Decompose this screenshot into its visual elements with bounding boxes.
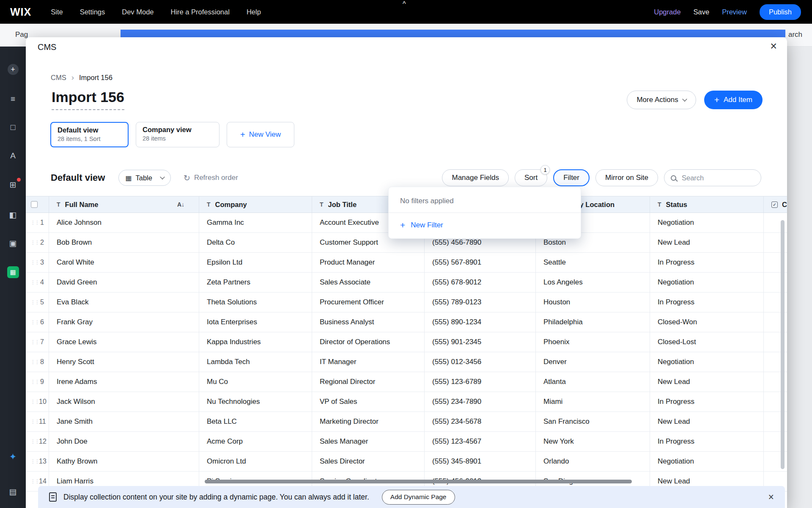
cell-status[interactable]: New Lead — [650, 233, 764, 253]
table-row[interactable]: ⋮⋮ 8 Henry Scott Lambda Tech IT Manager … — [26, 352, 787, 372]
cell-phone[interactable]: (555) 890-1234 — [425, 312, 536, 332]
page-icon[interactable]: □ — [0, 121, 26, 133]
cell-status[interactable]: New Lead — [650, 372, 764, 392]
select-all-checkbox[interactable] — [31, 201, 38, 208]
cell-job-title[interactable]: Product Manager — [312, 253, 425, 273]
cell-phone[interactable]: (555) 789-0123 — [425, 293, 536, 312]
table-row[interactable]: ⋮⋮ 9 Irene Adams Mu Co Regional Director… — [26, 372, 787, 392]
upgrade-link[interactable]: Upgrade — [654, 8, 680, 16]
cell-status[interactable]: Negotiation — [650, 213, 764, 233]
cell-full-name[interactable]: Jane Smith — [49, 412, 199, 432]
cell-company[interactable]: Gamma Inc — [199, 213, 312, 233]
column-header-company[interactable]: T Company — [199, 196, 312, 213]
horizontal-scrollbar[interactable] — [205, 480, 632, 483]
cell-company[interactable]: Lambda Tech — [199, 352, 312, 372]
drag-handle-icon[interactable]: ⋮⋮ — [30, 279, 39, 285]
app-grid-icon[interactable]: ⊞ — [0, 179, 26, 190]
table-row[interactable]: ⋮⋮ 5 Eva Black Theta Solutions Procureme… — [26, 293, 787, 312]
cell-full-name[interactable]: Henry Scott — [49, 352, 199, 372]
cell-job-title[interactable]: IT Manager — [312, 352, 425, 372]
menu-help[interactable]: Help — [247, 8, 261, 16]
cell-location[interactable]: Seattle — [536, 253, 650, 273]
drag-handle-icon[interactable]: ⋮⋮ — [30, 319, 39, 325]
sort-button[interactable]: Sort 1 — [515, 169, 547, 186]
cell-company[interactable]: Delta Co — [199, 233, 312, 253]
sorted-az-icon[interactable]: A↓ — [177, 201, 184, 208]
cell-status[interactable]: In Progress — [650, 392, 764, 412]
cms-icon[interactable]: ▦ — [0, 266, 26, 278]
cell-company[interactable]: Kappa Industries — [199, 332, 312, 352]
preview-link[interactable]: Preview — [722, 8, 747, 16]
cell-location[interactable]: Los Angeles — [536, 273, 650, 293]
save-link[interactable]: Save — [694, 8, 710, 16]
column-header-status[interactable]: T Status — [650, 196, 764, 213]
editor-search-fragment[interactable]: arch — [788, 30, 802, 39]
filter-button[interactable]: Filter — [553, 169, 590, 186]
cell-phone[interactable]: (555) 678-9012 — [425, 273, 536, 293]
cell-status[interactable]: Negotiation — [650, 352, 764, 372]
cell-status[interactable]: Negotiation — [650, 452, 764, 472]
cell-company[interactable]: Acme Corp — [199, 432, 312, 452]
cell-phone[interactable]: (555) 234-5678 — [425, 412, 536, 432]
cell-status[interactable]: Closed-Lost — [650, 332, 764, 352]
refresh-order-button[interactable]: ↻ Refresh order — [184, 173, 238, 183]
banner-close-icon[interactable]: × — [768, 492, 774, 502]
cell-phone[interactable]: (555) 345-8901 — [425, 452, 536, 472]
table-row[interactable]: ⋮⋮ 6 Frank Gray Iota Enterprises Busines… — [26, 312, 787, 332]
drag-handle-icon[interactable]: ⋮⋮ — [30, 240, 39, 246]
cell-phone[interactable]: (555) 567-8901 — [425, 253, 536, 273]
cell-full-name[interactable]: Irene Adams — [49, 372, 199, 392]
cell-company[interactable]: Mu Co — [199, 372, 312, 392]
mirror-on-site-button[interactable]: Mirror on Site — [595, 169, 658, 186]
cell-job-title[interactable]: Sales Director — [312, 452, 425, 472]
cell-location[interactable]: Houston — [536, 293, 650, 312]
cell-full-name[interactable]: Grace Lewis — [49, 332, 199, 352]
column-header-full-name[interactable]: T Full Name A↓ — [49, 196, 199, 213]
add-elements-icon[interactable]: + — [0, 64, 26, 75]
cell-full-name[interactable]: Alice Johnson — [49, 213, 199, 233]
cell-location[interactable]: New York — [536, 432, 650, 452]
add-item-button[interactable]: + Add Item — [704, 91, 763, 109]
cell-location[interactable]: Orlando — [536, 452, 650, 472]
cell-status[interactable]: In Progress — [650, 293, 764, 312]
cell-job-title[interactable]: Marketing Director — [312, 412, 425, 432]
table-row[interactable]: ⋮⋮ 11 Jane Smith Beta LLC Marketing Dire… — [26, 412, 787, 432]
cell-location[interactable]: Denver — [536, 352, 650, 372]
drag-handle-icon[interactable]: ⋮⋮ — [30, 299, 39, 305]
drag-handle-icon[interactable]: ⋮⋮ — [30, 478, 39, 484]
cell-company[interactable]: Zeta Partners — [199, 273, 312, 293]
cell-full-name[interactable]: John Doe — [49, 432, 199, 452]
cell-full-name[interactable]: Jack Wilson — [49, 392, 199, 412]
drag-handle-icon[interactable]: ⋮⋮ — [30, 399, 39, 405]
cell-company[interactable]: Theta Solutions — [199, 293, 312, 312]
add-dynamic-page-button[interactable]: Add Dynamic Page — [382, 490, 455, 505]
new-view-button[interactable]: + New View — [227, 122, 294, 147]
cell-full-name[interactable]: Kathy Brown — [49, 452, 199, 472]
drag-handle-icon[interactable]: ⋮⋮ — [30, 260, 39, 265]
new-filter-button[interactable]: + New Filter — [389, 213, 581, 238]
cell-phone[interactable]: (555) 123-6789 — [425, 372, 536, 392]
cell-status[interactable]: New Lead — [650, 412, 764, 432]
cell-job-title[interactable]: VP of Sales — [312, 392, 425, 412]
collapse-caret-icon[interactable]: ^ — [403, 0, 406, 8]
cell-full-name[interactable]: David Green — [49, 273, 199, 293]
cell-company[interactable]: Nu Technologies — [199, 392, 312, 412]
cell-phone[interactable]: (555) 901-2345 — [425, 332, 536, 352]
cell-job-title[interactable]: Business Analyst — [312, 312, 425, 332]
menu-settings[interactable]: Settings — [80, 8, 105, 16]
drag-handle-icon[interactable]: ⋮⋮ — [30, 419, 39, 425]
view-tab-company[interactable]: Company view 28 items — [136, 122, 219, 147]
text-styles-icon[interactable]: A — [0, 150, 26, 162]
breadcrumb-root[interactable]: CMS — [51, 74, 66, 82]
cell-full-name[interactable]: Bob Brown — [49, 233, 199, 253]
drag-handle-icon[interactable]: ⋮⋮ — [30, 458, 39, 464]
drag-handle-icon[interactable]: ⋮⋮ — [30, 439, 39, 444]
menu-site[interactable]: Site — [51, 8, 63, 16]
layout-selector[interactable]: ▦ Table — [118, 170, 171, 186]
cell-job-title[interactable]: Sales Associate — [312, 273, 425, 293]
layers-icon[interactable]: ▤ — [0, 486, 26, 497]
collection-title[interactable]: Import 156 — [52, 89, 124, 110]
table-row[interactable]: ⋮⋮ 4 David Green Zeta Partners Sales Ass… — [26, 273, 787, 293]
cell-location[interactable]: Phoenix — [536, 332, 650, 352]
cell-full-name[interactable]: Eva Black — [49, 293, 199, 312]
